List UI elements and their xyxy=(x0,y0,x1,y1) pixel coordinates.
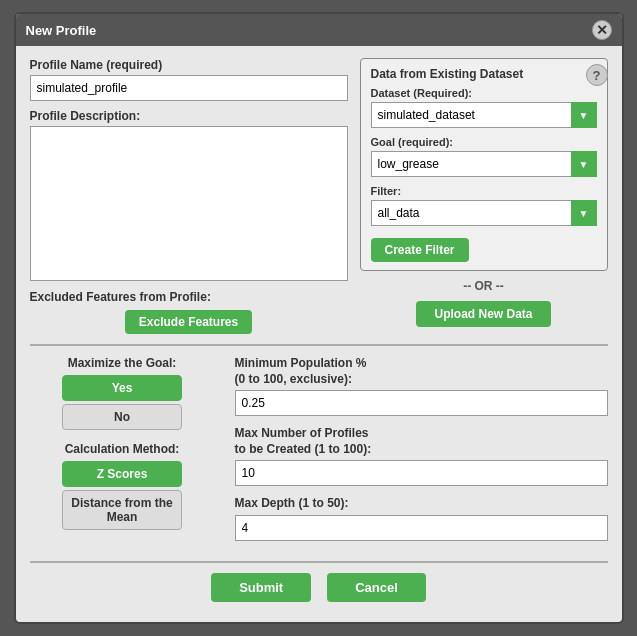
max-profiles-group: Max Number of Profiles to be Created (1 … xyxy=(235,426,608,486)
min-population-group: Minimum Population % (0 to 100, exclusiv… xyxy=(235,356,608,416)
distance-from-mean-button[interactable]: Distance from the Mean xyxy=(62,490,182,530)
maximize-goal-no-button[interactable]: No xyxy=(62,404,182,430)
dialog-title: New Profile xyxy=(26,23,97,38)
dataset-select-wrapper: simulated_dataset xyxy=(371,102,597,128)
max-depth-input[interactable] xyxy=(235,515,608,541)
exclude-features-button[interactable]: Exclude Features xyxy=(125,310,252,334)
z-scores-button[interactable]: Z Scores xyxy=(62,461,182,487)
profile-description-label: Profile Description: xyxy=(30,109,348,123)
filter-select[interactable]: all_data xyxy=(371,200,597,226)
left-panel: Profile Name (required) Profile Descript… xyxy=(30,58,348,334)
max-depth-label: Max Depth (1 to 50): xyxy=(235,496,608,512)
filter-label: Filter: xyxy=(371,185,597,197)
dataset-label: Dataset (Required): xyxy=(371,87,597,99)
calculation-method-label: Calculation Method: xyxy=(30,442,215,456)
excluded-features-label: Excluded Features from Profile: xyxy=(30,290,348,304)
top-section: Profile Name (required) Profile Descript… xyxy=(30,58,608,334)
submit-button[interactable]: Submit xyxy=(211,573,311,602)
dialog-title-bar: New Profile ✕ xyxy=(16,14,622,46)
bottom-left-panel: Maximize the Goal: Yes No Calculation Me… xyxy=(30,356,215,551)
new-profile-dialog: New Profile ✕ ? Profile Name (required) … xyxy=(14,12,624,624)
right-panel: Data from Existing Dataset Dataset (Requ… xyxy=(360,58,608,334)
filter-select-wrapper: all_data xyxy=(371,200,597,226)
profile-name-label: Profile Name (required) xyxy=(30,58,348,72)
bottom-right-panel: Minimum Population % (0 to 100, exclusiv… xyxy=(235,356,608,551)
upload-new-data-button[interactable]: Upload New Data xyxy=(416,301,550,327)
maximize-goal-toggle-group: Yes No xyxy=(30,375,215,430)
profile-name-input[interactable] xyxy=(30,75,348,101)
section-divider xyxy=(30,344,608,346)
goal-label: Goal (required): xyxy=(371,136,597,148)
dataset-box: Data from Existing Dataset Dataset (Requ… xyxy=(360,58,608,271)
min-population-label: Minimum Population % (0 to 100, exclusiv… xyxy=(235,356,608,387)
dataset-box-title: Data from Existing Dataset xyxy=(371,67,597,81)
maximize-goal-yes-button[interactable]: Yes xyxy=(62,375,182,401)
max-profiles-label: Max Number of Profiles to be Created (1 … xyxy=(235,426,608,457)
goal-select-wrapper: low_grease xyxy=(371,151,597,177)
dialog-body: ? Profile Name (required) Profile Descri… xyxy=(16,46,622,622)
help-button[interactable]: ? xyxy=(586,64,608,86)
calculation-method-toggle-group: Z Scores Distance from the Mean xyxy=(30,461,215,530)
close-button[interactable]: ✕ xyxy=(592,20,612,40)
profile-description-input[interactable] xyxy=(30,126,348,281)
dataset-select[interactable]: simulated_dataset xyxy=(371,102,597,128)
max-profiles-input[interactable] xyxy=(235,460,608,486)
min-population-input[interactable] xyxy=(235,390,608,416)
footer: Submit Cancel xyxy=(30,561,608,610)
goal-select[interactable]: low_grease xyxy=(371,151,597,177)
bottom-section: Maximize the Goal: Yes No Calculation Me… xyxy=(30,356,608,551)
maximize-goal-label: Maximize the Goal: xyxy=(30,356,215,370)
max-depth-group: Max Depth (1 to 50): xyxy=(235,496,608,541)
or-divider: -- OR -- xyxy=(360,279,608,293)
create-filter-button[interactable]: Create Filter xyxy=(371,238,469,262)
cancel-button[interactable]: Cancel xyxy=(327,573,426,602)
